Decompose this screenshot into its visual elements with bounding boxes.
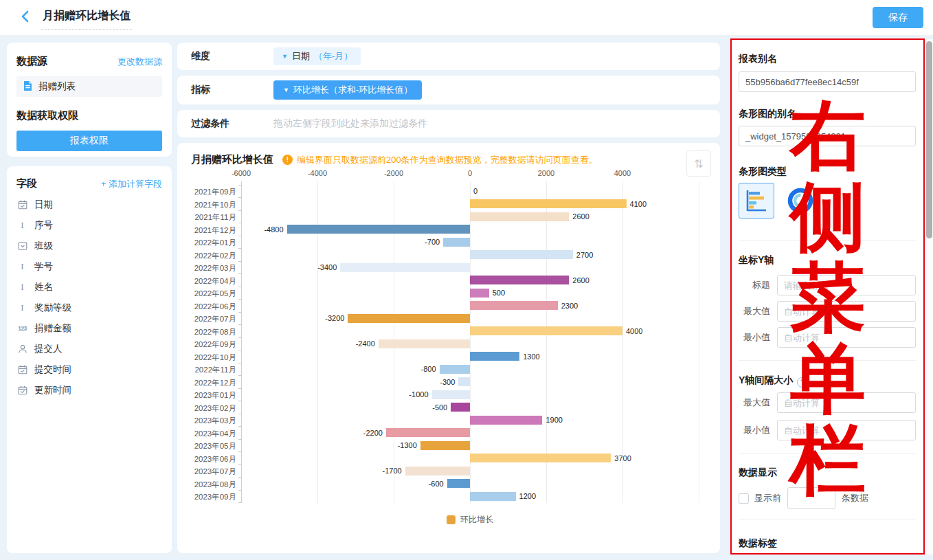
y-axis-tick [238, 287, 241, 287]
row-count-input[interactable] [787, 487, 835, 509]
filter-row[interactable]: 过滤条件 拖动左侧字段到此处来添加过滤条件 [177, 110, 720, 137]
category-label: 2022年09月 [180, 339, 236, 350]
category-label: 2021年12月 [180, 225, 236, 236]
bar[interactable] [470, 326, 622, 335]
bar[interactable] [420, 441, 470, 450]
bar[interactable] [287, 225, 470, 234]
bar[interactable] [470, 492, 516, 501]
x-axis-tick-label: -6000 [221, 169, 262, 177]
bar[interactable] [447, 479, 470, 488]
bar[interactable] [386, 428, 470, 437]
field-item[interactable]: I学号 [16, 256, 162, 277]
gap-min-input[interactable] [777, 420, 916, 440]
category-label: 2022年04月 [180, 276, 236, 287]
category-label: 2021年09月 [180, 187, 236, 197]
field-item[interactable]: 班级 [16, 236, 162, 256]
field-item[interactable]: 更新时间 [16, 380, 162, 401]
value-label: -500 [432, 403, 447, 412]
bar[interactable] [470, 301, 558, 310]
field-item-label: 提交人 [34, 343, 63, 355]
data-label-title: 数据标签 [739, 537, 916, 550]
field-item[interactable]: I序号 [16, 215, 162, 236]
field-item[interactable]: 提交时间 [16, 359, 162, 380]
bar[interactable] [432, 390, 471, 399]
gap-min-label: 最小值 [739, 424, 770, 436]
bar[interactable] [470, 453, 611, 462]
filter-label: 过滤条件 [191, 117, 273, 130]
axis-max-input[interactable] [777, 301, 916, 322]
dimension-chip[interactable]: ▼ 日期 （年-月） [273, 47, 361, 65]
field-item[interactable]: 提交人 [16, 339, 162, 359]
y-axis-tick [238, 490, 241, 491]
category-label: 2023年08月 [180, 480, 236, 490]
report-alias-input[interactable] [739, 71, 916, 92]
add-calc-field-link[interactable]: + 添加计算字段 [101, 178, 162, 190]
category-label: 2023年05月 [180, 441, 236, 451]
bar[interactable] [470, 199, 627, 208]
value-label: -800 [421, 365, 436, 373]
y-axis-tick [238, 236, 241, 236]
bar[interactable] [470, 416, 542, 425]
category-label: 2022年08月 [180, 327, 236, 337]
value-label: -600 [429, 480, 444, 488]
bar[interactable] [340, 263, 470, 272]
bar[interactable] [379, 339, 470, 348]
category-label: 2022年06月 [180, 302, 236, 312]
legend-item[interactable]: 环比增长 [447, 514, 493, 526]
field-item-label: 姓名 [34, 281, 53, 293]
bar[interactable] [405, 467, 470, 475]
horizontal-bar-chart-type-icon[interactable] [739, 183, 774, 219]
category-label: 2023年06月 [180, 454, 236, 464]
text-icon: I [16, 282, 28, 293]
bar[interactable] [470, 289, 489, 298]
bar[interactable] [348, 314, 470, 323]
value-label: -2200 [363, 429, 383, 437]
field-item[interactable]: I姓名 [16, 277, 162, 298]
items-suffix-label: 条数据 [842, 492, 868, 504]
axis-min-input[interactable] [777, 327, 916, 348]
category-label: 2022年05月 [180, 289, 236, 299]
bar[interactable] [470, 250, 573, 259]
axis-title-input[interactable] [777, 275, 916, 295]
help-icon[interactable]: ? [797, 377, 807, 388]
bar[interactable] [443, 238, 470, 247]
field-item[interactable]: 日期 [16, 194, 162, 215]
radial-bar-chart-type-icon[interactable] [787, 187, 814, 214]
category-label: 2021年10月 [180, 200, 236, 210]
y-axis-tick [238, 337, 241, 338]
bar[interactable] [470, 352, 519, 361]
field-item[interactable]: I奖励等级 [16, 298, 162, 318]
metric-chip[interactable]: ▼ 环比增长（求和-环比增长值） [273, 80, 422, 100]
save-button[interactable]: 保存 [873, 7, 923, 28]
gap-max-input[interactable] [777, 392, 916, 413]
bar[interactable] [440, 365, 470, 374]
show-first-label: 显示前 [754, 492, 781, 504]
category-label: 2023年01月 [180, 390, 236, 401]
report-permission-button[interactable]: 报表权限 [16, 131, 162, 151]
bar[interactable] [470, 212, 569, 221]
sort-button[interactable]: ⇅ [686, 150, 711, 177]
field-item-label: 学号 [34, 260, 53, 273]
show-first-checkbox[interactable] [739, 493, 749, 504]
page-title: 月捐赠环比增长值 [41, 6, 132, 30]
bar[interactable] [451, 403, 470, 412]
axis-title-label: 标题 [739, 279, 770, 291]
field-item[interactable]: 123捐赠金额 [16, 318, 162, 339]
chart-card: -6000-4000-200002000400060002021年09月0202… [177, 143, 720, 553]
legend-swatch [447, 515, 456, 524]
bar[interactable] [470, 276, 569, 284]
value-label: 1300 [523, 352, 539, 361]
widget-alias-title: 条形图的别名 [739, 108, 916, 120]
widget-alias-input[interactable] [739, 126, 916, 146]
scrollbar-thumb[interactable] [926, 41, 932, 238]
change-datasource-link[interactable]: 更改数据源 [117, 56, 162, 68]
value-label: -1000 [409, 390, 428, 399]
caret-down-icon: ▼ [282, 53, 288, 60]
bar[interactable] [458, 377, 470, 386]
back-button[interactable] [18, 11, 32, 25]
value-label: 500 [493, 289, 505, 297]
datasource-card: 数据源 更改数据源 捐赠列表 数据获取权限 报表权限 [7, 43, 172, 157]
datasource-item[interactable]: 捐赠列表 [16, 76, 162, 97]
x-axis-tick-label: -2000 [373, 169, 414, 177]
sort-icon: ⇅ [694, 157, 703, 170]
